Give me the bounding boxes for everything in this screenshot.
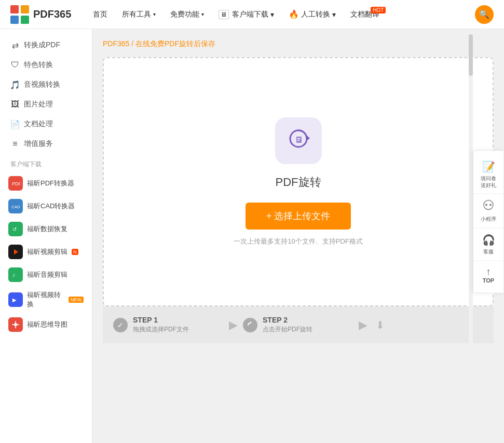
main-content: PDF365 / 在线免费PDF旋转后保存 PDF旋转	[92, 29, 504, 443]
mini-program-button[interactable]: 小程序	[473, 194, 503, 228]
steps-bar: ✓ STEP 1 拖拽或选择PDF文件 ▶ STEP 2 点击开始PDF旋转 ▶…	[103, 306, 494, 343]
download-icon: ⬇	[373, 318, 387, 332]
upload-hint: 一次上传最多支持10个文件、支持PDF格式	[234, 237, 362, 246]
svg-point-30	[489, 204, 492, 206]
customer-service-icon: 🎧	[482, 233, 495, 246]
upload-button[interactable]: + 选择上传文件	[246, 203, 351, 230]
new-badge-video-convert: NEW	[69, 297, 84, 303]
sidebar-app-audio-edit[interactable]: ♪ 福昕音频剪辑	[0, 263, 92, 286]
cad-converter-icon: CAD	[8, 199, 23, 213]
upload-icon-wrap	[275, 117, 322, 164]
video-convert-icon: ▶	[8, 292, 23, 307]
step-2-check	[243, 318, 257, 332]
nav-home[interactable]: 首页	[87, 7, 114, 22]
step-3: ⬇	[373, 318, 483, 332]
scrollbar-track	[469, 29, 473, 443]
pdf-rotate-icon	[286, 126, 311, 156]
step-2-desc: 点击开始PDF旋转	[263, 325, 312, 334]
scrollbar-thumb[interactable]	[469, 34, 473, 76]
audio-edit-icon: ♪	[8, 267, 23, 282]
svg-rect-1	[21, 5, 29, 14]
mini-program-icon	[483, 199, 494, 213]
sidebar-item-doc[interactable]: 📄 文档处理	[0, 114, 92, 134]
svg-rect-3	[21, 16, 29, 24]
svg-text:↺: ↺	[12, 226, 17, 232]
back-to-top-button[interactable]: ↑ TOP	[481, 261, 496, 288]
svg-text:▶: ▶	[12, 297, 17, 303]
sidebar-item-special-convert[interactable]: 🛡 特色转换	[0, 55, 92, 75]
chevron-down-icon: ▾	[201, 11, 204, 17]
flame-icon: 🔥	[289, 9, 299, 19]
step-1-check: ✓	[113, 318, 128, 332]
sidebar-app-video-edit[interactable]: 福昕视频剪辑 N	[0, 240, 92, 263]
video-edit-icon	[8, 245, 23, 259]
search-button[interactable]: 🔍	[475, 5, 494, 24]
nav-ai[interactable]: 🔥 人工转换 ▾	[282, 6, 342, 22]
nav-download[interactable]: 🖥 客户端下载 ▾	[212, 7, 280, 22]
nav-tools[interactable]: 所有工具 ▾	[116, 7, 162, 22]
search-icon: 🔍	[479, 9, 489, 19]
convert-pdf-icon: ⇄	[10, 41, 20, 50]
svg-text:♪: ♪	[12, 272, 16, 278]
chevron-down-icon: ▾	[270, 10, 274, 19]
pdf-converter-icon: PDF	[8, 176, 23, 191]
breadcrumb: PDF365 / 在线免费PDF旋转后保存	[103, 39, 494, 49]
desktop-icon: 🖥	[219, 10, 229, 19]
step-2-label: STEP 2	[263, 316, 312, 324]
svg-rect-24	[296, 137, 302, 143]
up-arrow-icon: ↑	[486, 266, 491, 277]
logo-icon	[10, 5, 29, 24]
questionnaire-icon: 📝	[482, 160, 495, 172]
svg-point-17	[14, 323, 17, 326]
svg-point-28	[484, 200, 493, 209]
nav: 首页 所有工具 ▾ 免费功能 ▾ 🖥 客户端下载 ▾ 🔥 人工转换 ▾ 文档翻译…	[87, 6, 471, 22]
svg-rect-0	[10, 5, 19, 14]
right-panel: 📝 填问卷送好礼 小程序 🎧 客服 ↑ TOP	[473, 150, 504, 293]
svg-marker-23	[307, 136, 310, 141]
client-section-label: 客户端下载	[0, 154, 92, 172]
layout: ⇄ 转换成PDF 🛡 特色转换 🎵 音视频转换 🖼 图片处理 📄 文档处理 ≡ …	[0, 29, 504, 443]
svg-text:CAD: CAD	[11, 205, 20, 209]
sidebar-item-image[interactable]: 🖼 图片处理	[0, 95, 92, 114]
questionnaire-button[interactable]: 📝 填问卷送好礼	[473, 155, 503, 194]
nav-free[interactable]: 免费功能 ▾	[164, 7, 210, 22]
sidebar-item-vip[interactable]: ≡ 增值服务	[0, 134, 92, 154]
sidebar-item-convert-to-pdf[interactable]: ⇄ 转换成PDF	[0, 35, 92, 55]
hot-badge: HOT	[371, 7, 386, 14]
sidebar-app-mindmap[interactable]: 福昕思维导图	[0, 313, 92, 336]
chevron-down-icon: ▾	[153, 11, 156, 17]
step-1-label: STEP 1	[133, 316, 189, 324]
sidebar-app-cad-converter[interactable]: CAD 福昕CAD转换器	[0, 195, 92, 218]
svg-rect-2	[10, 16, 19, 24]
nav-translate[interactable]: 文档翻译 HOT	[344, 7, 386, 22]
svg-marker-27	[250, 321, 252, 324]
sidebar-app-pdf-converter[interactable]: PDF 福昕PDF转换器	[0, 172, 92, 195]
sidebar-item-audio-video[interactable]: 🎵 音视频转换	[0, 75, 92, 95]
new-badge-video: N	[72, 249, 78, 255]
step-arrow-1: ▶	[229, 318, 238, 332]
svg-text:PDF: PDF	[12, 181, 20, 186]
header: PDF365 首页 所有工具 ▾ 免费功能 ▾ 🖥 客户端下载 ▾ 🔥 人工转换…	[0, 0, 504, 29]
breadcrumb-separator: /	[131, 39, 135, 48]
step-arrow-2: ▶	[359, 318, 367, 332]
shield-icon: 🛡	[10, 60, 20, 70]
audio-video-icon: 🎵	[10, 80, 20, 89]
svg-point-29	[485, 204, 487, 206]
data-recovery-icon: ↺	[8, 222, 23, 236]
logo[interactable]: PDF365	[10, 5, 71, 24]
step-1: ✓ STEP 1 拖拽或选择PDF文件	[113, 316, 224, 334]
image-icon: 🖼	[10, 100, 20, 109]
breadcrumb-root[interactable]: PDF365	[103, 39, 129, 48]
sidebar: ⇄ 转换成PDF 🛡 特色转换 🎵 音视频转换 🖼 图片处理 📄 文档处理 ≡ …	[0, 29, 92, 443]
chevron-down-icon: ▾	[332, 10, 336, 19]
customer-service-button[interactable]: 🎧 客服	[473, 228, 503, 261]
mindmap-icon	[8, 317, 23, 332]
logo-text: PDF365	[33, 8, 71, 20]
step-2: STEP 2 点击开始PDF旋转	[243, 316, 353, 334]
upload-area: PDF旋转 + 选择上传文件 一次上传最多支持10个文件、支持PDF格式	[103, 57, 494, 306]
step-1-desc: 拖拽或选择PDF文件	[133, 325, 189, 334]
sidebar-app-data-recovery[interactable]: ↺ 福昕数据恢复	[0, 218, 92, 240]
sidebar-app-video-convert[interactable]: ▶ 福昕视频转换 NEW	[0, 286, 92, 313]
vip-icon: ≡	[10, 139, 20, 149]
doc-icon: 📄	[10, 119, 20, 129]
